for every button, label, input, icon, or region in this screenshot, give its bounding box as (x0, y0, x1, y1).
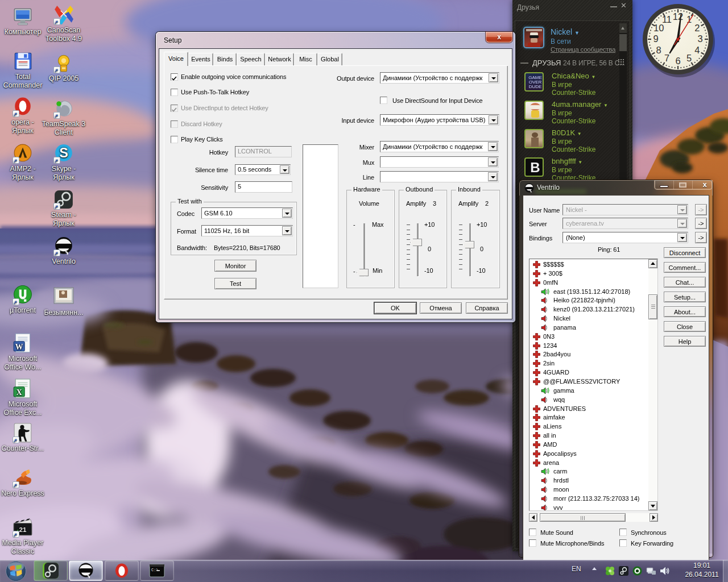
svg-text:2: 2 (694, 23, 700, 33)
svg-text:X: X (16, 388, 22, 397)
svg-text:1: 1 (686, 14, 692, 24)
svg-text:9: 9 (653, 34, 658, 44)
svg-text:4: 4 (694, 45, 700, 55)
svg-text:W: W (15, 343, 23, 351)
svg-text:S: S (59, 146, 68, 160)
svg-text:11: 11 (662, 14, 672, 24)
svg-text:12: 12 (673, 11, 683, 22)
svg-text:5: 5 (686, 53, 692, 63)
svg-text:6: 6 (675, 56, 680, 66)
svg-text:21: 21 (19, 526, 27, 533)
svg-text:8: 8 (656, 45, 661, 55)
svg-text:3: 3 (697, 34, 702, 44)
svg-text:7: 7 (664, 53, 669, 63)
